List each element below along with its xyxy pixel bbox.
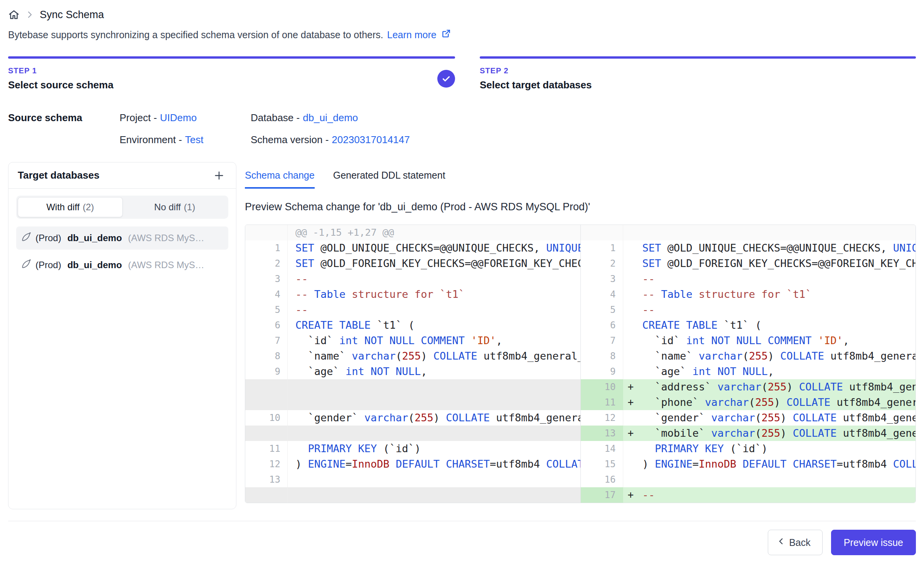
target-databases-title: Target databases (18, 169, 99, 181)
diff-add-marker (623, 271, 640, 287)
diff-row: 13+ `mobile` varchar(255) COLLATE utf8mb… (245, 426, 916, 441)
source-environment: Environment -Test (120, 134, 251, 146)
diff-left-cell: 8 `name` varchar(255) COLLATE utf8mb4_ge… (245, 348, 581, 364)
code-line: ) ENGINE=InnoDB DEFAULT CHARSET=utf8mb4 … (640, 456, 916, 472)
diff-add-marker (623, 302, 640, 318)
line-number: 12 (581, 410, 623, 426)
code-line: -- (288, 302, 580, 318)
source-project: Project -UIDemo (120, 112, 251, 124)
code-line: -- (640, 302, 916, 318)
diff-right-cell: 6CREATE TABLE `t1` ( (581, 318, 916, 333)
line-number: 16 (581, 472, 623, 487)
external-link-icon[interactable] (441, 29, 451, 41)
diff-right-cell: 4-- Table structure for `t1` (581, 287, 916, 302)
diff-add-marker (623, 256, 640, 271)
step-1-title: Select source schema (8, 79, 113, 91)
schema-version-link[interactable]: 20230317014147 (332, 134, 410, 145)
diff-table[interactable]: @@ -1,15 +1,27 @@1SET @OLD_UNIQUE_CHECKS… (245, 225, 916, 503)
page-title: Sync Schema (40, 9, 104, 21)
diff-add-marker (623, 441, 640, 456)
diff-add-marker (623, 225, 640, 240)
diff-left-cell: 2SET @OLD_FOREIGN_KEY_CHECKS=@@FOREIGN_K… (245, 256, 581, 271)
code-line: SET @OLD_UNIQUE_CHECKS=@@UNIQUE_CHECKS, … (640, 240, 916, 256)
code-line: -- Table structure for `t1` (640, 287, 916, 302)
code-line: `address` varchar(255) COLLATE utf8mb4_g… (640, 379, 916, 395)
code-line: SET @OLD_FOREIGN_KEY_CHECKS=@@FOREIGN_KE… (640, 256, 916, 271)
diff-row: 11 PRIMARY KEY (`id`)14 PRIMARY KEY (`id… (245, 441, 916, 456)
diff-add-marker (623, 348, 640, 364)
line-number: 1 (245, 240, 288, 256)
code-line: -- (640, 271, 916, 287)
target-database-item[interactable]: (Prod)db_ui_demo(AWS RDS MyS… (16, 226, 228, 250)
line-number: 3 (581, 271, 623, 287)
target-database-item[interactable]: (Prod)db_ui_demo(AWS RDS MyS… (16, 253, 228, 277)
diff-left-cell (245, 487, 581, 503)
project-link[interactable]: UIDemo (160, 112, 197, 123)
diff-add-marker: + (623, 395, 640, 410)
diff-row: 4-- Table structure for `t1`4-- Table st… (245, 287, 916, 302)
database-link[interactable]: db_ui_demo (303, 112, 358, 123)
add-target-database-button[interactable] (211, 168, 227, 183)
chevron-left-icon (776, 536, 786, 549)
home-icon[interactable] (8, 9, 20, 20)
line-number: 6 (581, 318, 623, 333)
line-number: 9 (581, 364, 623, 379)
line-number: 5 (581, 302, 623, 318)
diff-row: 2SET @OLD_FOREIGN_KEY_CHECKS=@@FOREIGN_K… (245, 256, 916, 271)
step-1-completed-check-icon (437, 70, 455, 88)
source-schema-summary: Source schema Project -UIDemo Database -… (8, 112, 916, 146)
code-line: `name` varchar(255) COLLATE utf8mb4_gene… (288, 348, 580, 364)
source-schema-version: Schema version -20230317014147 (251, 134, 410, 146)
diff-right-cell: 14 PRIMARY KEY (`id`) (581, 441, 916, 456)
diff-row: 6CREATE TABLE `t1` (6CREATE TABLE `t1` ( (245, 318, 916, 333)
line-number: 4 (581, 287, 623, 302)
line-number: 13 (581, 426, 623, 441)
diff-left-cell: 1SET @OLD_UNIQUE_CHECKS=@@UNIQUE_CHECKS,… (245, 240, 581, 256)
back-button[interactable]: Back (768, 530, 823, 555)
line-number: 6 (245, 318, 288, 333)
tab-no-diff[interactable]: No diff (1) (123, 197, 227, 217)
diff-left-cell: @@ -1,15 +1,27 @@ (245, 225, 581, 240)
main-content: Target databases With diff (2) No diff (… (8, 162, 916, 509)
tab-with-diff[interactable]: With diff (2) (18, 197, 123, 217)
diff-right-cell: 5-- (581, 302, 916, 318)
learn-more-link[interactable]: Learn more (387, 29, 437, 41)
diff-add-marker (623, 287, 640, 302)
diff-left-cell: 5-- (245, 302, 581, 318)
diff-right-cell: 1SET @OLD_UNIQUE_CHECKS=@@UNIQUE_CHECKS,… (581, 240, 916, 256)
code-line: `age` int NOT NULL, (640, 364, 916, 379)
code-line: CREATE TABLE `t1` ( (288, 318, 580, 333)
line-number: 2 (581, 256, 623, 271)
line-number: 11 (581, 395, 623, 410)
footer-actions: Back Preview issue (8, 521, 916, 555)
chevron-right-icon (25, 10, 34, 19)
line-number: 1 (581, 240, 623, 256)
diff-left-cell: 4-- Table structure for `t1` (245, 287, 581, 302)
code-line (640, 472, 916, 487)
tab-schema-change[interactable]: Schema change (245, 170, 315, 189)
line-number: 13 (245, 472, 288, 487)
diff-row: 3--3-- (245, 271, 916, 287)
diff-row: 10 `gender` varchar(255) COLLATE utf8mb4… (245, 410, 916, 426)
step-2-eyebrow: STEP 2 (480, 66, 592, 75)
diff-row: 7 `id` int NOT NULL COMMENT 'ID',7 `id` … (245, 333, 916, 348)
mysql-engine-icon (22, 259, 32, 271)
code-line: `name` varchar(255) COLLATE utf8mb4_gene… (640, 348, 916, 364)
stepper: STEP 1 Select source schema STEP 2 Selec… (8, 56, 916, 91)
mysql-engine-icon (22, 232, 32, 244)
line-number: 17 (581, 487, 623, 503)
preview-issue-button[interactable]: Preview issue (831, 530, 916, 555)
line-number (245, 426, 288, 441)
line-number: 12 (245, 456, 288, 472)
line-number: 8 (581, 348, 623, 364)
code-line: `id` int NOT NULL COMMENT 'ID', (288, 333, 580, 348)
tab-generated-ddl[interactable]: Generated DDL statement (333, 170, 445, 189)
code-line: ) ENGINE=InnoDB DEFAULT CHARSET=utf8mb4 … (288, 456, 580, 472)
line-number: 10 (245, 410, 288, 426)
diff-add-marker: + (623, 379, 640, 395)
line-number: 10 (581, 379, 623, 395)
diff-add-marker (623, 318, 640, 333)
diff-left-cell: 13 (245, 472, 581, 487)
environment-link[interactable]: Test (185, 134, 204, 145)
code-line: `gender` varchar(255) COLLATE utf8mb4_ge… (640, 410, 916, 426)
